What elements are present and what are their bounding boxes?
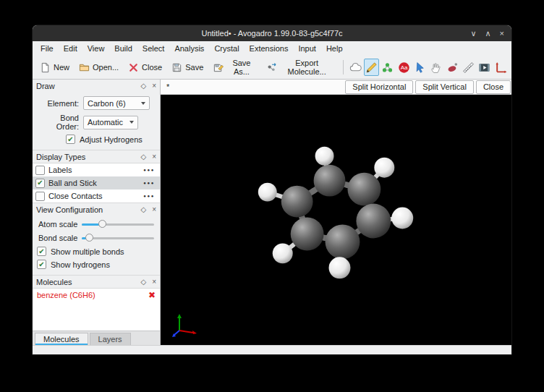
bond-centric-tool-button[interactable] (445, 59, 460, 76)
navigate-tool-icon (349, 61, 362, 74)
draw-tool-button[interactable] (364, 59, 379, 76)
row-options-button[interactable]: ●●● (143, 194, 157, 198)
window-title: Untitled• - Avogadro 1.99.0-83-g5c4f77c (201, 29, 342, 38)
3d-viewport[interactable] (161, 95, 511, 345)
navigate-tool-button[interactable] (348, 59, 363, 76)
check-icon: ✔ (67, 136, 73, 143)
measure-tool-icon (462, 61, 475, 74)
menu-file[interactable]: File (35, 42, 59, 55)
close-panel-icon[interactable]: × (152, 206, 156, 213)
align-tool-button[interactable] (493, 59, 509, 76)
show-multiple-bonds-checkbox[interactable]: ✔ (37, 247, 46, 256)
row-options-button[interactable]: ●●● (143, 181, 157, 185)
draw-panel: Draw ◇ × Element: Carbon (6) (33, 80, 160, 150)
molecule-list-item[interactable]: benzene (C6H6) ✖ (33, 289, 160, 299)
axes-indicator (169, 306, 204, 341)
remove-molecule-button[interactable]: ✖ (148, 291, 156, 299)
toolbar-separator (343, 60, 344, 74)
slider-handle[interactable] (85, 234, 93, 242)
display-types-panel-title: Display Types (36, 153, 140, 161)
bond-centric-tool-icon (446, 61, 459, 74)
dock-tab-bar: Molecules Layers (33, 331, 160, 345)
molecule-render (161, 95, 511, 345)
close-panel-icon[interactable]: × (152, 82, 156, 90)
view-tab-bar: * Split Horizontal Split Vertical Close (161, 80, 511, 95)
close-panel-icon[interactable]: × (152, 153, 156, 161)
manipulate-tool-button[interactable] (428, 59, 443, 76)
save-as-button[interactable]: Save As... (208, 56, 260, 79)
menu-crystal[interactable]: Crystal (209, 42, 244, 55)
close-panel-icon[interactable]: × (152, 278, 156, 286)
animation-tool-button[interactable] (477, 59, 492, 76)
select-tool-button[interactable] (412, 59, 428, 76)
svg-text:Aa: Aa (400, 64, 407, 71)
select-tool-icon (414, 61, 426, 74)
float-panel-icon[interactable]: ◇ (140, 206, 146, 213)
menu-extensions[interactable]: Extensions (245, 42, 294, 55)
molecules-panel: Molecules ◇ × benzene (C6H6) ✖ (33, 275, 160, 331)
align-axes-icon (495, 61, 507, 74)
toolbar: New Open... Close Save (33, 56, 511, 80)
new-button[interactable]: New (35, 59, 74, 76)
chevron-down-icon (141, 102, 145, 105)
bond-order-label: Bond Order: (37, 114, 79, 131)
element-label: Element: (37, 99, 79, 108)
ball-and-stick-checkbox[interactable]: ✔ (35, 179, 45, 188)
screen-background: Untitled• - Avogadro 1.99.0-83-g5c4f77c … (0, 0, 544, 392)
minimize-button[interactable]: ∨ (470, 29, 476, 38)
close-file-button[interactable]: Close (124, 59, 166, 76)
show-hydrogens-checkbox[interactable]: ✔ (37, 260, 46, 269)
label-tool-button[interactable]: Aa (396, 59, 412, 76)
menu-view[interactable]: View (82, 42, 110, 55)
display-type-row-ball-and-stick[interactable]: ✔ Ball and Stick ●●● (33, 176, 160, 189)
bond-order-select[interactable]: Automatic (83, 116, 138, 129)
split-vertical-button[interactable]: Split Vertical (415, 80, 474, 94)
template-tool-icon (381, 61, 394, 74)
view-tab-modified-indicator[interactable]: * (166, 82, 169, 91)
row-options-button[interactable]: ●●● (143, 168, 157, 172)
menu-input[interactable]: Input (293, 42, 320, 55)
view-configuration-panel: View Configuration ◇ × Atom scale (33, 203, 160, 275)
open-folder-icon (79, 62, 90, 73)
template-tool-button[interactable] (380, 59, 395, 76)
hand-icon (430, 61, 442, 74)
adjust-hydrogens-checkbox[interactable]: ✔ (66, 135, 75, 144)
menu-select[interactable]: Select (137, 42, 170, 55)
display-types-panel: Display Types ◇ × Labels ●●● (33, 150, 160, 203)
atom-scale-slider[interactable] (82, 219, 154, 229)
menu-build[interactable]: Build (109, 42, 137, 55)
close-contacts-checkbox[interactable] (35, 192, 45, 201)
close-view-button[interactable]: Close (476, 80, 511, 94)
bond-scale-label: Bond scale (38, 234, 79, 242)
slider-handle[interactable] (98, 220, 106, 228)
display-type-row-close-contacts[interactable]: Close Contacts ●●● (33, 189, 160, 203)
label-tool-icon: Aa (398, 61, 410, 74)
dock-tab-molecules[interactable]: Molecules (35, 333, 88, 345)
dock-tab-layers[interactable]: Layers (90, 333, 131, 345)
float-panel-icon[interactable]: ◇ (140, 153, 146, 161)
adjust-hydrogens-label: Adjust Hydrogens (80, 135, 143, 144)
save-button[interactable]: Save (167, 59, 208, 76)
measure-tool-button[interactable] (461, 59, 476, 76)
check-icon: ✔ (37, 179, 43, 187)
menu-analysis[interactable]: Analysis (169, 42, 209, 55)
export-molecule-button[interactable]: Export Molecule... (262, 56, 339, 79)
open-button[interactable]: Open... (75, 59, 123, 76)
animation-tool-icon (478, 61, 490, 74)
save-icon (171, 62, 182, 73)
float-panel-icon[interactable]: ◇ (140, 82, 146, 90)
draw-panel-title: Draw (36, 82, 140, 90)
menu-edit[interactable]: Edit (59, 42, 82, 55)
bond-scale-slider[interactable] (82, 233, 154, 243)
menu-help[interactable]: Help (321, 42, 348, 55)
maximize-button[interactable]: ∧ (485, 29, 491, 38)
show-multiple-bonds-label: Show multiple bonds (51, 247, 124, 256)
labels-checkbox[interactable] (35, 166, 45, 175)
element-select[interactable]: Carbon (6) (83, 96, 150, 110)
split-horizontal-button[interactable]: Split Horizontal (345, 80, 413, 94)
titlebar[interactable]: Untitled• - Avogadro 1.99.0-83-g5c4f77c … (33, 25, 511, 41)
status-bar (33, 345, 511, 354)
float-panel-icon[interactable]: ◇ (140, 278, 146, 286)
display-type-row-labels[interactable]: Labels ●●● (33, 163, 160, 176)
close-window-button[interactable]: × (500, 29, 504, 38)
